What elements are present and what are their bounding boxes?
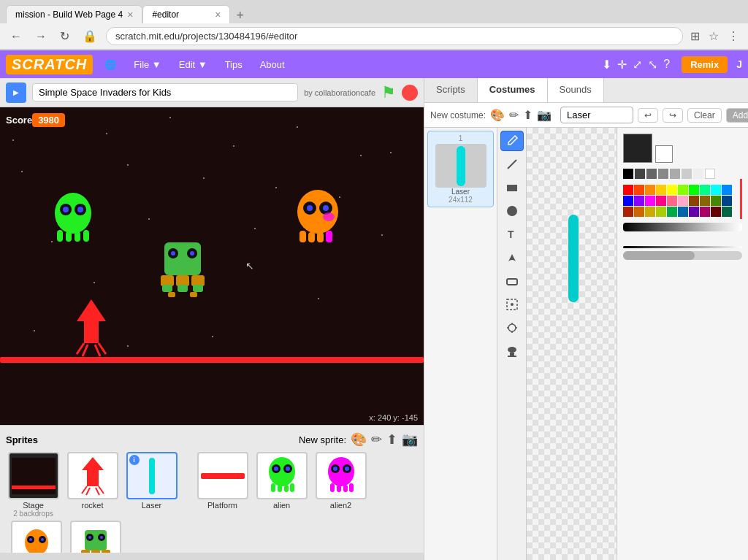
undo-button[interactable]: ↩ [638,108,658,123]
csw-26[interactable] [678,207,688,217]
csw-23[interactable] [645,207,655,217]
csw-8[interactable] [700,185,710,195]
color-dark2[interactable] [646,169,657,179]
new-sprite-draw-icon[interactable]: ✏ [371,431,382,448]
color-white[interactable] [705,169,715,179]
scratch-nav-file[interactable]: File ▼ [128,56,167,73]
csw-10[interactable] [722,185,732,195]
forward-button[interactable]: → [31,28,51,45]
csw-6[interactable] [678,185,688,195]
scratch-nav-about[interactable]: About [254,56,291,73]
tool-rectangle[interactable] [500,177,524,198]
csw-3[interactable] [645,185,655,195]
sprite-item-alien[interactable]: alien [254,452,309,518]
color-lightgray[interactable] [670,169,680,179]
csw-19[interactable] [711,196,721,206]
sprite-item-stage[interactable]: Stage 2 backdrops [6,452,61,518]
sprite-item-extra2[interactable] [68,521,123,553]
tool-pencil[interactable] [500,131,524,151]
csw-21[interactable] [623,207,633,217]
fullscreen-icon[interactable]: ✛ [617,58,627,72]
primary-color-swatch[interactable] [623,134,652,163]
tab-scripts[interactable]: Scripts [424,78,478,102]
tool-wand[interactable] [500,318,524,338]
add-button[interactable]: Add [726,108,748,123]
address-input[interactable] [106,27,683,45]
costume-item-1[interactable]: 1 Laser 24x112 [427,131,494,207]
csw-29[interactable] [711,207,721,217]
tab-costumes[interactable]: Costumes [478,78,548,102]
stop-button[interactable] [402,85,418,101]
csw-17[interactable] [689,196,699,206]
csw-22[interactable] [634,207,644,217]
color-dark1[interactable] [635,169,645,179]
sprite-item-alien2[interactable]: alien2 [313,452,368,518]
canvas-area[interactable] [527,128,617,560]
scratch-nav-tips[interactable]: Tips [219,56,248,73]
redo-button[interactable]: ↪ [663,108,683,123]
color-black[interactable] [623,169,633,179]
upload-costume-icon[interactable]: ⬆ [523,108,533,122]
sprite-item-laser[interactable]: i → Laser [124,452,179,518]
project-name-input[interactable] [32,83,298,101]
csw-28[interactable] [700,207,710,217]
csw-7[interactable] [689,185,699,195]
color-lightest[interactable] [693,169,703,179]
back-button[interactable]: ← [6,28,26,45]
csw-27[interactable] [689,207,699,217]
browser-tab-2[interactable]: #editor × [142,5,230,23]
paint-new-costume-icon[interactable]: 🎨 [490,108,505,122]
draw-new-costume-icon[interactable]: ✏ [509,108,519,122]
tool-text[interactable]: T [500,224,524,245]
browser-tab-1[interactable]: mission - Build Web Page 4 × [6,5,142,23]
refresh-button[interactable]: ↻ [56,28,74,45]
costume-name-input[interactable] [560,107,633,123]
color-lighter[interactable] [682,169,692,179]
tool-circle[interactable] [500,201,524,221]
menu-button[interactable]: ⋮ [725,28,742,45]
csw-18[interactable] [700,196,710,206]
csw-16[interactable] [678,196,688,206]
new-tab-button[interactable]: + [230,8,250,23]
scrollbar-track[interactable] [623,251,742,260]
csw-4[interactable] [656,185,666,195]
csw-13[interactable] [645,196,655,206]
camera-costume-icon[interactable]: 📷 [537,108,552,122]
extensions-button[interactable]: ⊞ [687,28,703,45]
green-flag-button[interactable]: ⚑ [381,83,396,102]
tool-eraser[interactable] [500,271,524,291]
bookmark-button[interactable]: ☆ [706,28,722,45]
expand-icon[interactable]: ⤢ [633,58,642,72]
csw-14[interactable] [656,196,666,206]
user-avatar[interactable]: J [736,58,742,70]
help-icon[interactable]: ? [663,58,670,71]
secondary-color-swatch[interactable] [655,145,673,163]
csw-2[interactable] [634,185,644,195]
clear-button[interactable]: Clear [687,108,722,123]
remix-button[interactable]: Remix [682,56,728,73]
scrollbar-thumb[interactable] [623,251,695,260]
compress-icon[interactable]: ⤡ [648,58,657,72]
tab-1-close[interactable]: × [127,9,133,20]
new-sprite-camera-icon[interactable]: 📷 [402,431,418,448]
csw-9[interactable] [711,185,721,195]
sprite-item-rocket[interactable]: rocket [65,452,120,518]
tool-fill[interactable] [500,248,524,268]
tab-sounds[interactable]: Sounds [548,78,604,102]
csw-12[interactable] [634,196,644,206]
tool-line[interactable] [500,154,524,174]
tab-2-close[interactable]: × [215,9,221,20]
csw-11[interactable] [623,196,633,206]
download-icon[interactable]: ⬇ [602,58,611,72]
scrollbar-area[interactable] [623,251,742,260]
tool-stamp[interactable] [500,341,524,361]
csw-5[interactable] [667,185,677,195]
csw-24[interactable] [656,207,666,217]
color-gray[interactable] [658,169,668,179]
csw-20[interactable] [722,196,732,206]
csw-25[interactable] [667,207,677,217]
csw-15[interactable] [667,196,677,206]
sprite-item-platform[interactable]: Platform [195,452,250,518]
csw-1[interactable] [623,185,633,195]
sprite-item-extra1[interactable] [9,521,64,553]
